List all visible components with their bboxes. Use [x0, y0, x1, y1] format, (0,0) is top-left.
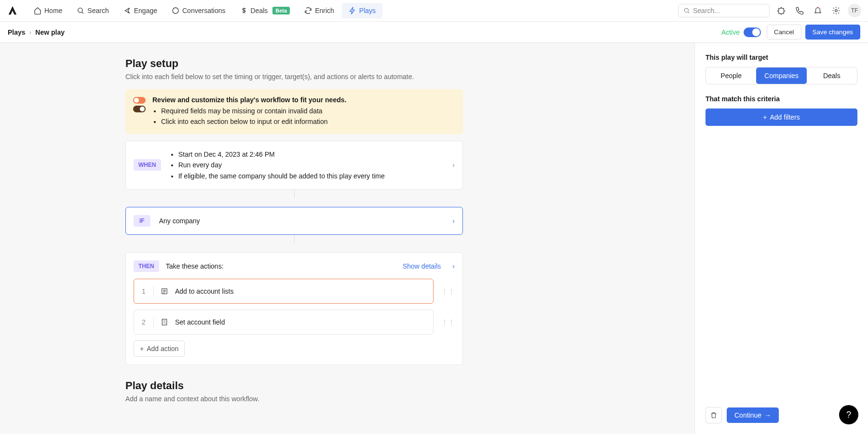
- nav-deals[interactable]: Deals Beta: [233, 3, 297, 18]
- chevron-right-icon: ›: [452, 161, 455, 169]
- trash-icon: [710, 411, 718, 419]
- building-icon: [161, 318, 168, 326]
- active-toggle[interactable]: [744, 27, 761, 37]
- nav-engage-label: Engage: [134, 7, 157, 14]
- logo-icon[interactable]: [7, 5, 18, 16]
- seg-companies[interactable]: Companies: [756, 68, 806, 84]
- continue-label: Continue: [734, 411, 761, 419]
- plus-icon: +: [763, 113, 767, 121]
- refresh-icon: [304, 7, 312, 14]
- criteria-heading: That match this criteria: [705, 95, 857, 103]
- svg-point-3: [817, 7, 818, 8]
- nav-plays-label: Plays: [359, 7, 376, 14]
- drag-handle-icon[interactable]: ⋮⋮: [441, 318, 455, 326]
- chevron-right-icon: ›: [452, 217, 455, 225]
- add-filters-button[interactable]: + Add filters: [705, 108, 857, 126]
- breadcrumb-root[interactable]: Plays: [8, 28, 26, 36]
- sub-toolbar: Plays › New play Active Cancel Save chan…: [0, 22, 868, 43]
- svg-point-2: [684, 8, 688, 12]
- help-button[interactable]: ?: [839, 405, 858, 424]
- search-icon: [77, 7, 84, 14]
- breadcrumb-current: New play: [35, 28, 65, 36]
- details-subtitle: Add a name and context about this workfl…: [125, 395, 463, 403]
- action-card[interactable]: 1 Add to account lists: [134, 279, 434, 304]
- action-label: Set account field: [175, 318, 225, 326]
- user-avatar[interactable]: TF: [848, 4, 861, 17]
- then-card: THEN Take these actions: Show details › …: [125, 252, 463, 365]
- nav-enrich-label: Enrich: [315, 7, 334, 14]
- when-item: If eligible, the same company should be …: [178, 171, 385, 181]
- then-text: Take these actions:: [166, 262, 224, 270]
- then-tag: THEN: [134, 260, 159, 272]
- save-button[interactable]: Save changes: [805, 25, 860, 40]
- svg-point-1: [173, 8, 178, 14]
- banner-title: Review and customize this play's workflo…: [152, 96, 346, 104]
- nav-engage[interactable]: Engage: [117, 3, 164, 18]
- seg-deals[interactable]: Deals: [807, 68, 857, 84]
- page-subtitle: Click into each field below to set the t…: [125, 73, 463, 81]
- when-item: Run every day: [178, 160, 385, 170]
- action-number: 1: [142, 287, 147, 295]
- banner-item: Click into each section below to input o…: [161, 116, 346, 127]
- chevron-right-icon: ›: [29, 28, 32, 36]
- svg-point-4: [835, 10, 838, 12]
- chevron-right-icon[interactable]: ›: [452, 262, 455, 270]
- continue-button[interactable]: Continue →: [727, 407, 779, 423]
- when-item: Start on Dec 4, 2023 at 2:46 PM: [178, 149, 385, 160]
- if-text: Any company: [159, 217, 200, 225]
- target-heading: This play will target: [705, 54, 857, 61]
- delete-button[interactable]: [705, 407, 722, 423]
- home-icon: [34, 7, 41, 14]
- nav-conversations-label: Conversations: [182, 7, 226, 14]
- action-card[interactable]: 2 Set account field: [134, 310, 434, 335]
- nav-home[interactable]: Home: [27, 3, 69, 18]
- chat-icon: [172, 7, 179, 14]
- seg-people[interactable]: People: [706, 68, 756, 84]
- cancel-button[interactable]: Cancel: [767, 25, 801, 40]
- nav-conversations[interactable]: Conversations: [165, 3, 232, 18]
- action-label: Add to account lists: [175, 287, 233, 295]
- details-title: Play details: [125, 380, 463, 392]
- add-action-label: Add action: [147, 345, 178, 353]
- search-placeholder: Search...: [693, 7, 720, 14]
- target-segmented: People Companies Deals: [705, 67, 857, 84]
- extension-icon[interactable]: [774, 4, 788, 17]
- send-icon: [123, 7, 131, 14]
- add-action-button[interactable]: + Add action: [134, 340, 185, 357]
- active-label: Active: [721, 28, 740, 36]
- nav-search[interactable]: Search: [70, 3, 115, 18]
- nav-home-label: Home: [44, 7, 62, 14]
- plus-icon: +: [140, 345, 144, 353]
- global-search-input[interactable]: Search...: [678, 4, 770, 17]
- nav-enrich[interactable]: Enrich: [298, 3, 341, 18]
- svg-rect-6: [162, 319, 166, 325]
- breadcrumb: Plays › New play: [8, 28, 721, 36]
- svg-point-0: [78, 8, 82, 13]
- review-banner: Review and customize this play's workflo…: [125, 89, 463, 134]
- nav-plays[interactable]: Plays: [342, 3, 382, 18]
- bell-icon[interactable]: [811, 4, 825, 17]
- if-card[interactable]: IF Any company ›: [125, 207, 463, 235]
- show-details-link[interactable]: Show details: [403, 262, 441, 270]
- when-tag: WHEN: [134, 159, 161, 171]
- nav-search-label: Search: [87, 7, 108, 14]
- if-tag: IF: [134, 215, 150, 227]
- beta-badge: Beta: [272, 7, 290, 14]
- main-content: Play setup Click into each field below t…: [0, 43, 694, 434]
- banner-toggle-icons: [133, 96, 146, 127]
- when-card[interactable]: WHEN Start on Dec 4, 2023 at 2:46 PM Run…: [125, 141, 463, 190]
- search-icon: [683, 7, 690, 14]
- action-number: 2: [142, 318, 147, 326]
- phone-icon[interactable]: [793, 4, 806, 17]
- nav-deals-label: Deals: [251, 7, 268, 14]
- add-filters-label: Add filters: [770, 113, 800, 121]
- side-panel: This play will target People Companies D…: [694, 43, 868, 434]
- gear-icon[interactable]: [829, 4, 843, 17]
- drag-handle-icon[interactable]: ⋮⋮: [441, 287, 455, 295]
- list-icon: [161, 287, 168, 295]
- top-nav: Home Search Engage Conversations Deals B…: [0, 0, 868, 22]
- dollar-icon: [240, 7, 248, 14]
- arrow-right-icon: →: [764, 411, 771, 419]
- banner-item: Required fields may be missing or contai…: [161, 106, 346, 116]
- bolt-icon: [349, 7, 356, 14]
